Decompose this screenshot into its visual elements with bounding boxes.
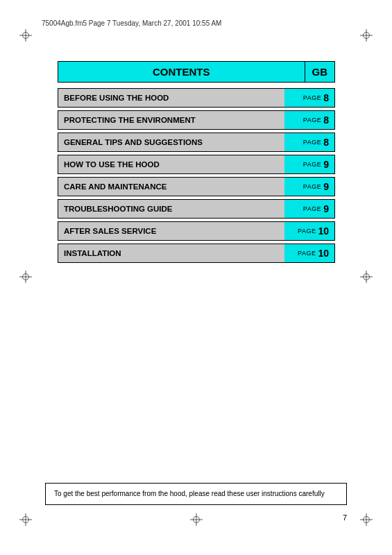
toc-row: PROTECTING THE ENVIRONMENTPAGE8 [58, 110, 335, 130]
page-num: 10 [318, 248, 329, 259]
toc-row: TROUBLESHOOTING GUIDEPAGE9 [58, 199, 335, 219]
toc-page: PAGE9 [284, 200, 334, 218]
toc-row: HOW TO USE THE HOODPAGE9 [58, 155, 335, 174]
toc-label: CARE AND MAINTENANCE [58, 178, 284, 196]
toc-page: PAGE9 [284, 155, 334, 173]
contents-title: CONTENTS [58, 61, 305, 83]
bottom-note: To get the best performance from the hoo… [45, 483, 347, 505]
content-area: CONTENTS GB BEFORE USING THE HOODPAGE8PR… [58, 61, 335, 266]
page-num: 9 [323, 203, 329, 214]
page-word: PAGE [303, 183, 321, 190]
crosshair-bot-right [360, 513, 373, 526]
crosshair-bot-mid [190, 513, 203, 526]
bottom-note-text: To get the best performance from the hoo… [54, 490, 325, 497]
toc-page: PAGE10 [284, 244, 334, 262]
crosshair-mid-left [19, 271, 32, 283]
toc-label: PROTECTING THE ENVIRONMENT [58, 111, 284, 129]
page-word: PAGE [303, 161, 321, 168]
page-num: 8 [323, 114, 329, 126]
header-bar: 75004Agb.fm5 Page 7 Tuesday, March 27, 2… [42, 19, 350, 27]
page-number: 7 [343, 513, 347, 522]
toc-row: AFTER SALES SERVICEPAGE10 [58, 221, 335, 241]
toc-label: BEFORE USING THE HOOD [58, 89, 284, 107]
page-num: 9 [323, 181, 329, 192]
page-word: PAGE [303, 139, 321, 146]
gb-label: GB [305, 61, 336, 83]
toc-page: PAGE8 [284, 111, 334, 129]
toc-label: AFTER SALES SERVICE [58, 222, 284, 240]
toc-label: TROUBLESHOOTING GUIDE [58, 200, 284, 218]
toc-page: PAGE8 [284, 89, 334, 107]
page-word: PAGE [303, 205, 321, 212]
crosshair-bot-left [19, 513, 32, 526]
toc-row: CARE AND MAINTENANCEPAGE9 [58, 177, 335, 196]
toc-page: PAGE10 [284, 222, 334, 240]
toc-row: INSTALLATIONPAGE10 [58, 244, 335, 263]
file-info: 75004Agb.fm5 Page 7 Tuesday, March 27, 2… [42, 19, 221, 27]
page-num: 10 [318, 225, 329, 237]
toc-row: GENERAL TIPS AND SUGGESTIONSPAGE8 [58, 133, 335, 152]
toc-label: GENERAL TIPS AND SUGGESTIONS [58, 133, 284, 151]
toc-label: HOW TO USE THE HOOD [58, 155, 284, 173]
contents-header: CONTENTS GB [58, 61, 335, 83]
toc-row: BEFORE USING THE HOODPAGE8 [58, 88, 335, 108]
crosshair-mid-right [360, 271, 373, 283]
toc-page: PAGE9 [284, 178, 334, 196]
toc-list: BEFORE USING THE HOODPAGE8PROTECTING THE… [58, 88, 335, 263]
page-word: PAGE [303, 117, 321, 123]
page-word: PAGE [298, 250, 316, 257]
toc-page: PAGE8 [284, 133, 334, 151]
crosshair-top-right [360, 29, 373, 42]
page-num: 8 [323, 137, 329, 148]
page-num: 9 [323, 159, 329, 170]
crosshair-top-left [19, 29, 32, 42]
page-word: PAGE [298, 228, 316, 234]
page-word: PAGE [303, 94, 321, 101]
page-wrapper: 75004Agb.fm5 Page 7 Tuesday, March 27, 2… [0, 0, 392, 555]
page-num: 8 [323, 92, 329, 103]
toc-label: INSTALLATION [58, 244, 284, 262]
